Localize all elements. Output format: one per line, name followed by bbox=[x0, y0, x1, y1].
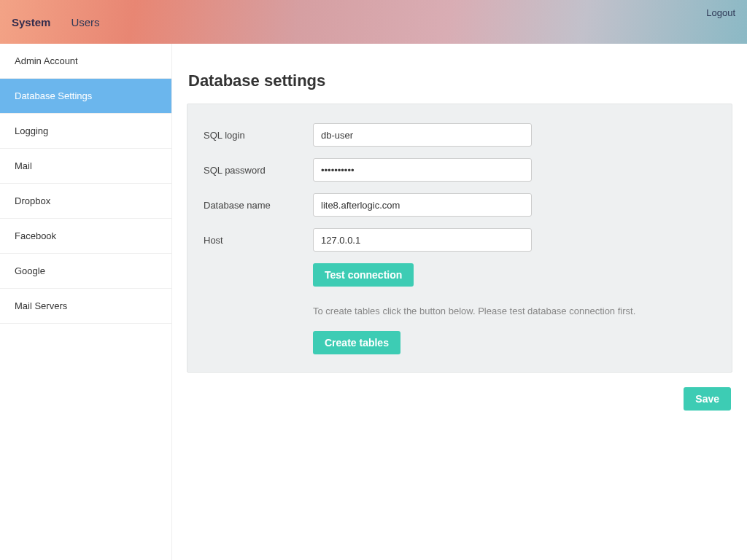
label-sql-login: SQL login bbox=[204, 130, 313, 141]
nav-system[interactable]: System bbox=[12, 16, 50, 28]
sidebar-item-facebook[interactable]: Facebook bbox=[0, 219, 171, 254]
layout: Admin Account Database Settings Logging … bbox=[0, 44, 747, 560]
row-test-connection: Test connection bbox=[313, 263, 716, 287]
input-sql-login[interactable] bbox=[313, 123, 532, 147]
settings-panel: SQL login SQL password Database name Hos… bbox=[187, 104, 732, 373]
test-connection-button[interactable]: Test connection bbox=[313, 263, 414, 287]
label-host: Host bbox=[204, 235, 313, 246]
row-sql-login: SQL login bbox=[204, 123, 716, 147]
sidebar: Admin Account Database Settings Logging … bbox=[0, 44, 172, 560]
label-database-name: Database name bbox=[204, 200, 313, 211]
label-sql-password: SQL password bbox=[204, 165, 313, 176]
row-sql-password: SQL password bbox=[204, 158, 716, 182]
logout-link[interactable]: Logout bbox=[706, 7, 735, 18]
create-tables-button[interactable]: Create tables bbox=[313, 331, 400, 354]
nav-users[interactable]: Users bbox=[71, 16, 99, 28]
sidebar-item-database-settings[interactable]: Database Settings bbox=[0, 79, 171, 114]
sidebar-item-logging[interactable]: Logging bbox=[0, 114, 171, 149]
input-database-name[interactable] bbox=[313, 193, 532, 217]
create-tables-hint: To create tables click the button below.… bbox=[313, 306, 716, 316]
input-host[interactable] bbox=[313, 228, 532, 252]
row-database-name: Database name bbox=[204, 193, 716, 217]
sidebar-item-mail-servers[interactable]: Mail Servers bbox=[0, 289, 171, 324]
content: Database settings SQL login SQL password… bbox=[172, 44, 747, 560]
save-row: Save bbox=[187, 387, 732, 411]
sidebar-item-dropbox[interactable]: Dropbox bbox=[0, 184, 171, 219]
row-create-tables: Create tables bbox=[313, 331, 716, 354]
input-sql-password[interactable] bbox=[313, 158, 532, 182]
sidebar-item-mail[interactable]: Mail bbox=[0, 149, 171, 184]
topbar: System Users Logout bbox=[0, 0, 747, 44]
save-button[interactable]: Save bbox=[684, 387, 731, 411]
sidebar-item-google[interactable]: Google bbox=[0, 254, 171, 289]
page-title: Database settings bbox=[188, 71, 732, 90]
row-host: Host bbox=[204, 228, 716, 252]
sidebar-item-admin-account[interactable]: Admin Account bbox=[0, 44, 171, 79]
